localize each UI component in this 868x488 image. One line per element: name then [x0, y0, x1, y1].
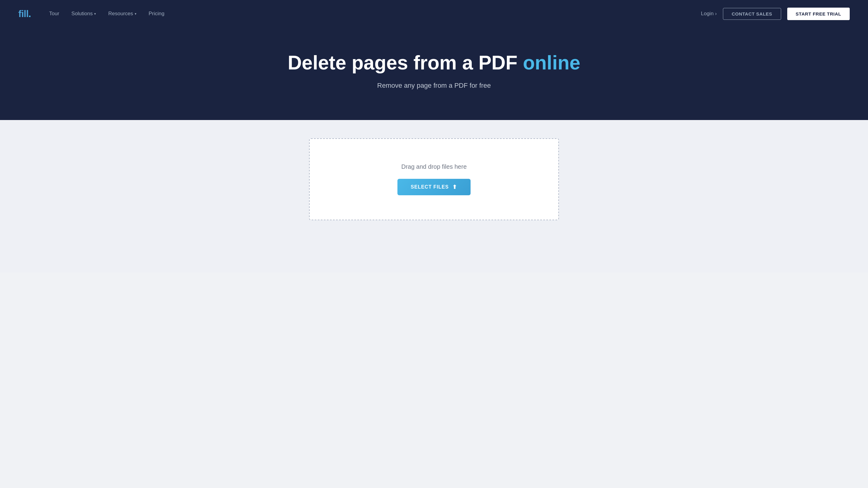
logo-text: fill — [18, 8, 28, 19]
select-files-button[interactable]: SELECT FILES ⬆ — [397, 179, 471, 195]
nav-right: Login › CONTACT SALES START FREE TRIAL — [701, 8, 850, 20]
hero-title-main: Delete pages from a PDF — [288, 52, 523, 74]
start-free-trial-button[interactable]: START FREE TRIAL — [787, 8, 850, 20]
navbar: fill. Tour Solutions ▾ Resources ▾ Prici… — [0, 0, 868, 27]
drag-drop-text: Drag and drop files here — [401, 163, 467, 170]
nav-solutions[interactable]: Solutions ▾ — [71, 11, 96, 17]
logo[interactable]: fill. — [18, 8, 31, 20]
login-link[interactable]: Login › — [701, 11, 717, 17]
select-files-label: SELECT FILES — [411, 184, 449, 190]
contact-sales-button[interactable]: CONTACT SALES — [723, 8, 781, 20]
hero-section: Delete pages from a PDF online Remove an… — [0, 27, 868, 120]
nav-tour[interactable]: Tour — [49, 11, 59, 17]
nav-pricing[interactable]: Pricing — [149, 11, 164, 17]
hero-title-highlight: online — [523, 52, 580, 74]
nav-resources[interactable]: Resources ▾ — [108, 11, 136, 17]
hero-subtitle: Remove any page from a PDF for free — [6, 82, 862, 90]
main-content: Drag and drop files here SELECT FILES ⬆ — [0, 120, 868, 272]
nav-links: Tour Solutions ▾ Resources ▾ Pricing — [49, 11, 701, 17]
upload-icon: ⬆ — [452, 184, 457, 190]
logo-dot: . — [28, 8, 31, 19]
solutions-chevron-icon: ▾ — [94, 12, 96, 16]
drop-zone[interactable]: Drag and drop files here SELECT FILES ⬆ — [309, 138, 559, 220]
hero-title: Delete pages from a PDF online — [6, 52, 862, 74]
resources-chevron-icon: ▾ — [135, 12, 136, 16]
